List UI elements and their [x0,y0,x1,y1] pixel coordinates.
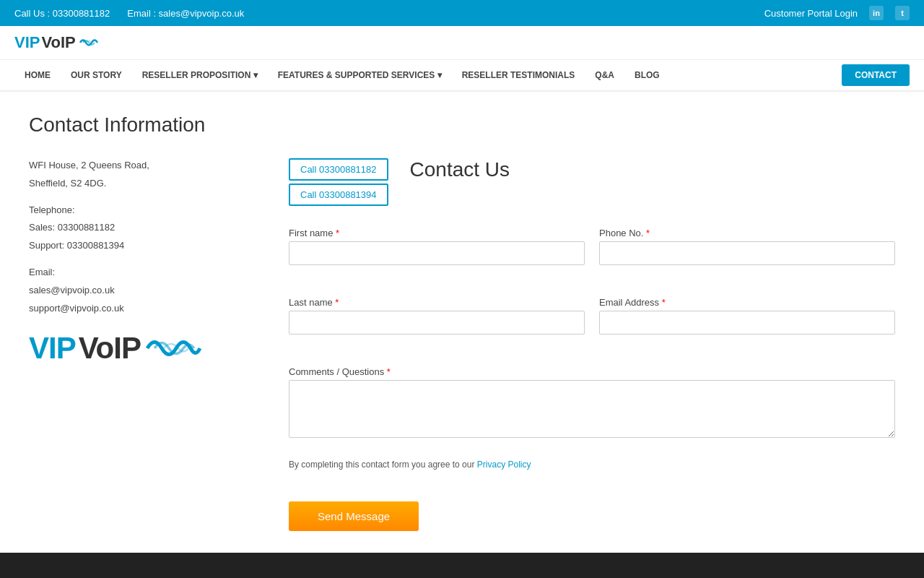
main-content: Contact Information WFI House, 2 Queens … [0,92,924,553]
email-input[interactable] [599,311,895,335]
comments-textarea[interactable] [289,380,895,438]
call-buttons: Call 03300881182 Call 03300881394 [289,158,388,206]
logo-large: VIP VoIP [29,330,260,366]
call-btn-1[interactable]: Call 03300881182 [289,158,388,181]
nav-qa[interactable]: Q&A [585,60,624,90]
last-name-label: Last name * [289,297,585,308]
address-section: WFI House, 2 Queens Road, Sheffield, S2 … [29,158,260,191]
nav-home[interactable]: HOME [14,60,61,90]
email1: sales@vipvoip.co.uk [29,283,260,298]
phone-label: Phone No. * [599,228,895,238]
right-col: Call 03300881182 Call 03300881394 Contac… [289,158,895,531]
call-btn-2[interactable]: Call 03300881394 [289,184,388,206]
logo-vip: VIP [14,33,40,52]
contact-us-title: Contact Us [410,158,510,181]
email-group: Email Address * [599,297,895,335]
top-bar-left: Call Us : 03300881182 Email : sales@vipv… [14,8,244,19]
email-label: Email : sales@vipvoip.co.uk [127,8,244,19]
address-line1: WFI House, 2 Queens Road, [29,158,260,173]
required-star-5: * [387,366,391,377]
required-star-3: * [335,297,339,308]
email-label: Email: [29,265,260,280]
logo-voip: VoIP [41,33,75,52]
sales-phone: Sales: 03300881182 [29,220,260,236]
first-name-label: First name * [289,228,585,238]
telephone-section: Telephone: Sales: 03300881182 Support: 0… [29,203,260,254]
top-bar-right: Customer Portal Login in t [764,6,910,20]
form-note: By completing this contact form you agre… [289,460,895,470]
required-star-4: * [662,297,666,308]
email2: support@vipvoip.co.uk [29,301,260,316]
portal-login-link[interactable]: Customer Portal Login [764,8,858,19]
footer: CONTACT INFO ⊙ 2 Queens Road, Sheffield,… [0,553,924,578]
top-bar: Call Us : 03300881182 Email : sales@vipv… [0,0,924,26]
email-section: Email: sales@vipvoip.co.uk support@vipvo… [29,265,260,316]
logo-waves-icon [77,35,99,51]
header: VIP VoIP [0,26,924,60]
logo-large-voip: VoIP [79,331,141,366]
right-top: Call 03300881182 Call 03300881394 Contac… [289,158,895,220]
nav-contact[interactable]: CONTACT [842,64,910,86]
comments-group: Comments / Questions * [289,366,895,438]
nav: HOME OUR STORY RESELLER PROPOSITION ▾ FE… [0,60,924,92]
form-row-2: Last name * Email Address * [289,297,895,335]
address-line2: Sheffield, S2 4DG. [29,176,260,191]
nav-our-story[interactable]: OUR STORY [61,60,132,90]
logo-large-waves-icon [144,330,201,366]
support-phone: Support: 03300881394 [29,238,260,254]
first-name-input[interactable] [289,241,585,265]
email-address-label: Email Address * [599,297,895,308]
phone-input[interactable] [599,241,895,265]
send-button[interactable]: Send Message [289,501,419,531]
form-row-1: First name * Phone No. * [289,228,895,265]
comments-label: Comments / Questions * [289,366,895,377]
nav-reseller-prop[interactable]: RESELLER PROPOSITION ▾ [132,60,268,90]
left-col: WFI House, 2 Queens Road, Sheffield, S2 … [29,158,260,366]
page-title: Contact Information [29,113,895,137]
content-area: WFI House, 2 Queens Road, Sheffield, S2 … [29,158,895,531]
telephone-label: Telephone: [29,203,260,218]
first-name-group: First name * [289,228,585,265]
required-star-2: * [646,228,650,238]
last-name-input[interactable] [289,311,585,335]
twitter-icon[interactable]: t [895,6,910,20]
nav-blog[interactable]: BLOG [624,60,670,90]
phone-label: Call Us : 03300881182 [14,8,110,19]
linkedin-icon[interactable]: in [869,6,884,20]
nav-features[interactable]: FEATURES & SUPPORTED SERVICES ▾ [268,60,452,90]
required-star-1: * [336,228,339,238]
last-name-group: Last name * [289,297,585,335]
site-logo[interactable]: VIP VoIP [14,33,99,52]
contact-form: First name * Phone No. * Last na [289,228,895,531]
phone-group: Phone No. * [599,228,895,265]
privacy-link[interactable]: Privacy Policy [477,460,531,470]
nav-testimonials[interactable]: RESELLER TESTIMONIALS [452,60,585,90]
logo-large-vip: VIP [29,331,76,366]
